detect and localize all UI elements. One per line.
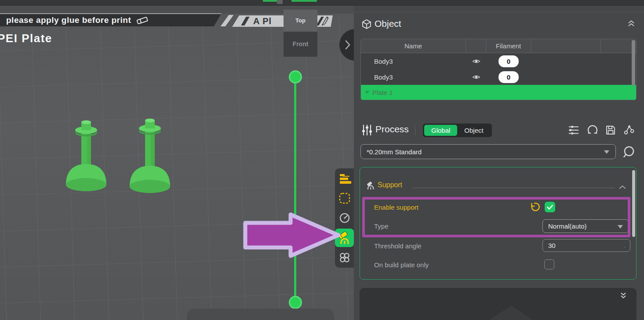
- settings-panel[interactable]: Support Enable support Type Normal(auto)…: [360, 167, 637, 280]
- column-blank-1: [531, 39, 601, 53]
- dashed-plate-icon: [338, 192, 351, 204]
- column-visibility: [466, 39, 486, 53]
- plate-type-label: PEI Plate: [0, 32, 52, 45]
- double-chevron-down-icon[interactable]: [620, 292, 627, 299]
- viewport-3d[interactable]: please apply glue before print A Pl PEI …: [0, 0, 354, 320]
- preset-dropdown[interactable]: *0.20mm Standard: [360, 144, 616, 159]
- reset-process-icon[interactable]: [587, 124, 598, 136]
- support-section-divider: [413, 188, 615, 188]
- settings-scrollbar[interactable]: [632, 170, 635, 237]
- plate-tab-label: A Pl: [253, 16, 272, 26]
- table-row-body3-1[interactable]: Body3 0: [361, 53, 636, 69]
- collapse-triangle-icon[interactable]: [365, 91, 369, 94]
- save-preset-icon[interactable]: [605, 125, 616, 135]
- on-build-plate-label: On build plate only: [374, 261, 429, 269]
- object-name: Body3: [361, 73, 466, 81]
- threshold-angle-value: 30: [548, 242, 556, 249]
- cube-icon: [361, 19, 372, 29]
- annotation-highlight-box: [362, 197, 630, 237]
- model-pin-1[interactable]: [66, 120, 106, 191]
- on-build-plate-checkbox[interactable]: [544, 259, 554, 269]
- object-table-scrollbar[interactable]: [632, 40, 635, 86]
- viewcube-top[interactable]: Top: [284, 10, 317, 32]
- scope-global-button[interactable]: Global: [424, 125, 457, 136]
- process-panel-title: Process: [375, 124, 409, 135]
- table-row-body3-2[interactable]: Body3 0: [361, 69, 636, 85]
- column-name: Name: [361, 39, 466, 53]
- search-preset-icon[interactable]: [622, 145, 636, 159]
- object-panel-title: Object: [375, 18, 401, 29]
- threshold-angle-label: Threshold angle: [374, 242, 422, 250]
- toolbar-quality-button[interactable]: [335, 168, 354, 188]
- plate-shadow: [187, 309, 334, 320]
- support-section-icon: [366, 182, 375, 190]
- object-name: Body3: [361, 58, 466, 65]
- topbar-icon-fragment: [277, 0, 283, 4]
- plate-banner-text: please apply glue before print: [6, 15, 131, 25]
- column-filament: Filament: [486, 39, 531, 53]
- annotation-arrow: [241, 211, 342, 262]
- dropdown-arrow-icon: [604, 150, 609, 154]
- filament-cell[interactable]: 0: [486, 55, 531, 67]
- model-pins[interactable]: [57, 110, 180, 198]
- threshold-angle-unit: .: [624, 242, 626, 249]
- table-row-plate1-selected[interactable]: Plate 1: [361, 85, 636, 100]
- topbar-green-fragment-2: [291, 0, 317, 2]
- gizmo-handle-top[interactable]: [289, 70, 302, 84]
- eraser-icon[interactable]: [136, 16, 149, 24]
- eye-icon[interactable]: [472, 58, 480, 64]
- top-toolbar-edge: [0, 0, 644, 6]
- process-scope-toggle[interactable]: Global Object: [423, 124, 492, 137]
- column-blank-2: [601, 39, 636, 53]
- parameter-list-icon[interactable]: [568, 125, 579, 135]
- viewcube-front[interactable]: Front: [284, 32, 317, 57]
- toolbar-plate-button[interactable]: [335, 188, 354, 208]
- double-chevron-up-icon[interactable]: [628, 20, 635, 27]
- filament-cell[interactable]: 0: [486, 71, 531, 83]
- filament-pill[interactable]: 0: [498, 71, 519, 83]
- filament-pill[interactable]: 0: [498, 55, 519, 67]
- chevron-up-icon[interactable]: [619, 185, 626, 189]
- plate-row-label: Plate 1: [372, 89, 393, 96]
- preview-shape: [458, 305, 564, 320]
- process-header-divider: [415, 125, 415, 135]
- visibility-cell[interactable]: [466, 58, 486, 64]
- quality-bars-icon: [338, 173, 351, 184]
- visibility-cell[interactable]: [466, 74, 486, 80]
- process-sliders-icon: [361, 124, 373, 136]
- support-section-title: Support: [378, 181, 402, 189]
- tab-deco-left: [241, 17, 250, 25]
- preset-value: *0.20mm Standard: [367, 148, 422, 156]
- plate-banner[interactable]: please apply glue before print: [0, 13, 222, 26]
- model-pin-2[interactable]: [130, 119, 170, 193]
- threshold-angle-field[interactable]: 30 .: [542, 239, 630, 252]
- scope-object-button[interactable]: Object: [457, 125, 490, 136]
- share-nodes-icon[interactable]: [624, 125, 634, 135]
- collapsed-bottom-section[interactable]: [360, 288, 637, 320]
- panel-top-divider: [354, 12, 644, 12]
- object-table[interactable]: Name Filament Body3 0 Body3 0: [360, 39, 637, 100]
- plate-tab[interactable]: A Pl: [232, 15, 333, 27]
- eye-icon[interactable]: [472, 74, 480, 80]
- gizmo-handle-bottom[interactable]: [289, 296, 302, 309]
- object-table-header: Name Filament: [361, 39, 636, 53]
- chevron-right-icon: [345, 40, 351, 50]
- gizmo-line: [294, 77, 296, 302]
